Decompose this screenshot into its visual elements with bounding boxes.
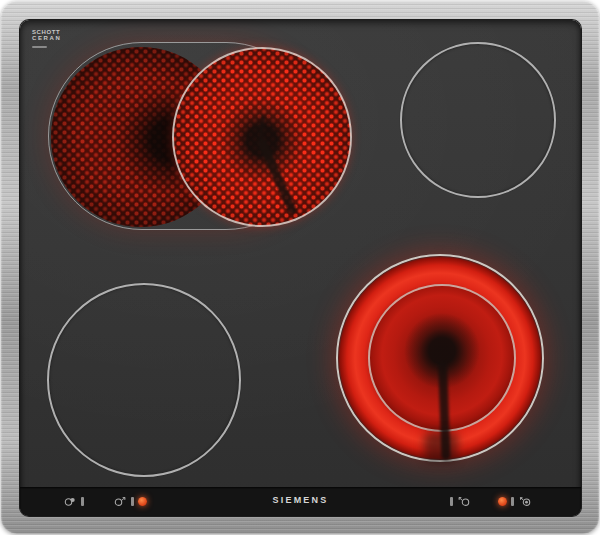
zone-back-left-oval [48, 42, 320, 230]
zone-front-left-circle [47, 283, 241, 477]
cooktop-photo: SCHOTT CERAN [0, 0, 600, 535]
dual-zone-icon-mirrored [518, 496, 531, 507]
brand-label: SIEMENS [20, 495, 581, 505]
schott-ceran-logo: SCHOTT CERAN [32, 29, 61, 48]
glass-brand-line2: CERAN [32, 35, 61, 42]
dual-zone-icon-mirrored [457, 496, 470, 507]
control-strip: SIEMENS [20, 487, 581, 516]
divider-bar [511, 497, 514, 506]
heat-indicator-lamp-right [498, 497, 507, 506]
zone-back-right-circle [400, 42, 556, 198]
logo-rule [32, 46, 47, 48]
divider-bar [450, 497, 453, 506]
zone-indicator-back-right [450, 494, 470, 508]
glass-surface: SCHOTT CERAN [20, 20, 581, 516]
zone-indicator-front-right [498, 494, 531, 508]
zone-front-right-dual [336, 254, 544, 462]
sensor-shadow [424, 432, 458, 462]
